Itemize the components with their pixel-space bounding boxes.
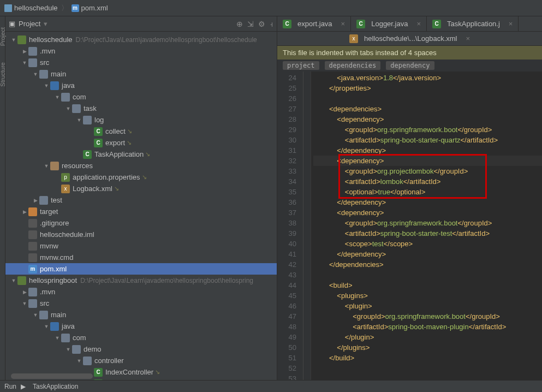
structure-tool-button[interactable]: Structure xyxy=(0,62,6,87)
tree-item-log[interactable]: ▼log xyxy=(5,114,277,126)
fold-column[interactable] xyxy=(303,72,311,380)
code-line-32[interactable]: <dependency> xyxy=(313,156,542,166)
tree-item-demo[interactable]: ▼demo xyxy=(5,343,277,355)
code-line-46[interactable]: <plugin> xyxy=(313,301,542,311)
tab-logback[interactable]: x helloschedule\...\Logback.xml × xyxy=(344,34,475,43)
code-line-34[interactable]: <artifactId>lombok</artifactId> xyxy=(313,176,542,187)
expand-arrow-icon[interactable]: ▼ xyxy=(32,312,39,318)
tree-item-pom-xml[interactable]: mpom.xml xyxy=(5,263,277,275)
tree-item-java[interactable]: ▼java xyxy=(5,80,277,91)
tree-item-mvnw[interactable]: mvnw xyxy=(5,240,277,252)
run-config-name[interactable]: TaskApplication xyxy=(33,383,78,390)
expand-arrow-icon[interactable]: ▶ xyxy=(32,198,39,203)
tab-export-java[interactable]: Cexport.java× xyxy=(277,16,351,31)
expand-arrow-icon[interactable]: ▼ xyxy=(10,278,17,283)
tree-item-resources[interactable]: ▼resources xyxy=(5,160,277,171)
expand-arrow-icon[interactable]: ▼ xyxy=(10,37,17,43)
tree-item-mvnw-cmd[interactable]: mvnw.cmd xyxy=(5,252,277,263)
tree-item-taskapplication[interactable]: CTaskApplication↘ xyxy=(5,149,277,160)
code-line-26[interactable] xyxy=(313,93,542,104)
code-line-48[interactable]: <artifactId>spring-boot-maven-plugin</ar… xyxy=(313,322,542,332)
run-label[interactable]: Run xyxy=(4,383,16,390)
crumb-dependency[interactable]: dependency xyxy=(386,61,434,70)
tree-item--mvn[interactable]: ▶.mvn xyxy=(5,286,277,298)
tree-item-application-properties[interactable]: papplication.properties↘ xyxy=(5,171,277,183)
code-line-28[interactable]: <dependency> xyxy=(313,114,542,124)
expand-arrow-icon[interactable]: ▶ xyxy=(21,289,28,295)
tree-item-target[interactable]: ▶target xyxy=(5,206,277,217)
expand-arrow-icon[interactable]: ▼ xyxy=(75,358,83,364)
code-line-36[interactable]: </dependency> xyxy=(313,197,542,207)
code-line-35[interactable]: <optional>true</optional> xyxy=(313,187,542,197)
dropdown-icon[interactable]: ▾ xyxy=(44,20,47,28)
project-tree[interactable]: ▼helloscheduleD:\Project\Java\Learn\java… xyxy=(5,32,277,380)
gear-icon[interactable]: ⚙ xyxy=(258,20,265,28)
close-icon[interactable]: × xyxy=(341,20,346,28)
panel-title[interactable]: Project xyxy=(19,20,40,28)
scrollbar-thumb[interactable] xyxy=(11,373,93,379)
expand-arrow-icon[interactable]: ▼ xyxy=(43,163,50,169)
code-line-27[interactable]: <dependencies> xyxy=(313,104,542,114)
code-editor[interactable]: <java.version>1.8</java.version> </prope… xyxy=(311,72,542,380)
hide-icon[interactable]: ⫞ xyxy=(270,20,273,28)
tree-item--gitignore[interactable]: .gitignore xyxy=(5,217,277,229)
tree-item-main[interactable]: ▼main xyxy=(5,68,277,80)
breadcrumb-file[interactable]: mpom.xml xyxy=(72,4,108,12)
tree-item-controller[interactable]: ▼controller xyxy=(5,355,277,366)
expand-arrow-icon[interactable]: ▼ xyxy=(53,335,61,341)
close-icon[interactable]: × xyxy=(416,20,421,28)
code-line-53[interactable] xyxy=(313,373,542,380)
code-line-47[interactable]: <groupId>org.springframework.boot</group… xyxy=(313,311,542,322)
code-line-43[interactable] xyxy=(313,270,542,280)
tree-item-main[interactable]: ▼main xyxy=(5,309,277,320)
code-line-30[interactable]: <artifactId>spring-boot-starter-quartz</… xyxy=(313,135,542,145)
code-line-31[interactable]: </dependency> xyxy=(313,145,542,156)
tree-item-collect[interactable]: Ccollect↘ xyxy=(5,126,277,137)
code-line-44[interactable]: <build> xyxy=(313,280,542,290)
project-tool-button[interactable]: Project xyxy=(0,27,6,46)
locate-icon[interactable]: ⊕ xyxy=(236,20,243,28)
expand-arrow-icon[interactable]: ▼ xyxy=(32,72,39,77)
indentation-warning[interactable]: This file is indented with tabs instead … xyxy=(277,46,542,60)
tree-item-java[interactable]: ▼java xyxy=(5,320,277,332)
crumb-project[interactable]: project xyxy=(283,61,319,70)
expand-arrow-icon[interactable]: ▼ xyxy=(43,324,50,329)
code-line-25[interactable]: </properties> xyxy=(313,83,542,93)
tree-item-helloschedule-iml[interactable]: helloschedule.iml xyxy=(5,229,277,240)
tab-taskapplication-j[interactable]: CTaskApplication.j× xyxy=(427,16,519,31)
code-line-45[interactable]: <plugins> xyxy=(313,290,542,301)
tree-item-test[interactable]: ▶test xyxy=(5,194,277,206)
code-line-37[interactable]: <dependency> xyxy=(313,207,542,218)
code-line-33[interactable]: <groupId>org.projectlombok</groupId> xyxy=(313,166,542,176)
line-gutter[interactable]: 2425262728293031323334353637383940414243… xyxy=(277,72,303,380)
code-line-29[interactable]: <groupId>org.springframework.boot</group… xyxy=(313,124,542,135)
tab-logger-java[interactable]: CLogger.java× xyxy=(351,16,427,31)
code-line-38[interactable]: <groupId>org.springframework.boot</group… xyxy=(313,218,542,228)
breadcrumb-root[interactable]: helloschedule xyxy=(4,4,58,12)
expand-arrow-icon[interactable]: ▼ xyxy=(21,60,28,66)
close-icon[interactable]: × xyxy=(466,34,470,43)
expand-arrow-icon[interactable]: ▼ xyxy=(75,117,83,123)
expand-arrow-icon[interactable]: ▼ xyxy=(64,106,72,111)
tree-item--mvn[interactable]: ▶.mvn xyxy=(5,45,277,57)
tree-item-logback-xml[interactable]: xLogback.xml↘ xyxy=(5,183,277,194)
tree-item-helloschedule[interactable]: ▼helloscheduleD:\Project\Java\Learn\java… xyxy=(5,34,277,45)
code-line-24[interactable]: <java.version>1.8</java.version> xyxy=(313,73,542,83)
code-line-52[interactable] xyxy=(313,363,542,373)
expand-arrow-icon[interactable]: ▶ xyxy=(21,209,28,215)
expand-arrow-icon[interactable]: ▶ xyxy=(21,49,28,54)
collapse-icon[interactable]: ⇲ xyxy=(247,20,254,28)
tree-item-src[interactable]: ▼src xyxy=(5,57,277,68)
expand-arrow-icon[interactable]: ▼ xyxy=(21,301,28,306)
expand-arrow-icon[interactable]: ▼ xyxy=(53,94,61,100)
tree-item-task[interactable]: ▼task xyxy=(5,103,277,114)
tree-item-export[interactable]: Cexport↘ xyxy=(5,137,277,149)
tree-item-src[interactable]: ▼src xyxy=(5,298,277,309)
crumb-dependencies[interactable]: dependencies xyxy=(325,61,381,70)
code-line-51[interactable]: </build> xyxy=(313,353,542,363)
expand-arrow-icon[interactable]: ▼ xyxy=(43,83,50,88)
tree-item-com[interactable]: ▼com xyxy=(5,332,277,343)
code-line-40[interactable]: <scope>test</scope> xyxy=(313,239,542,249)
code-line-41[interactable]: </dependency> xyxy=(313,249,542,259)
code-line-49[interactable]: </plugin> xyxy=(313,332,542,342)
